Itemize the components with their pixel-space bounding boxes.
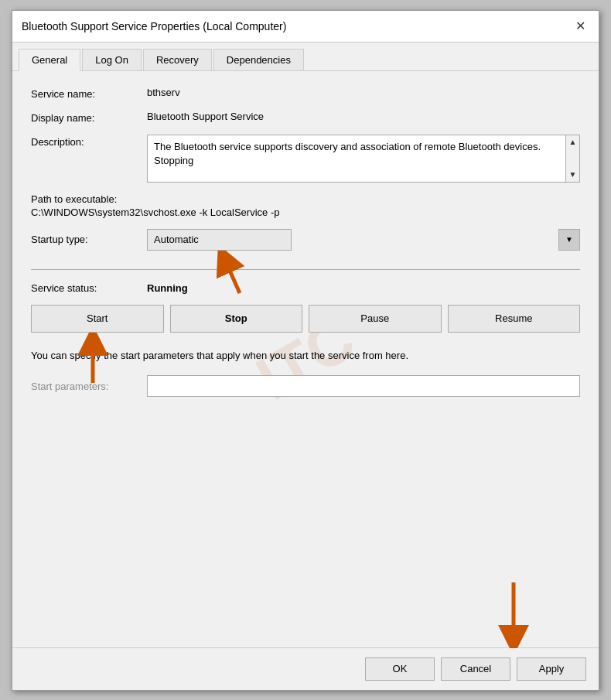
stop-button[interactable]: Stop <box>170 305 303 333</box>
service-buttons-row: Start Stop Pause Resume <box>31 305 580 333</box>
description-scrollbar[interactable]: ▲ ▼ <box>565 135 579 182</box>
start-params-row: Start parameters: <box>31 375 580 397</box>
start-params-input[interactable] <box>147 375 580 397</box>
ok-button[interactable]: OK <box>365 657 435 681</box>
title-bar: Bluetooth Support Service Properties (Lo… <box>12 11 599 43</box>
description-row: Description: The Bluetooth service suppo… <box>31 135 580 183</box>
startup-type-label: Startup type: <box>31 234 147 245</box>
apply-button[interactable]: Apply <box>517 657 586 681</box>
description-box[interactable]: The Bluetooth service supports discovery… <box>147 135 580 183</box>
startup-row: Startup type: Automatic Automatic (Delay… <box>31 229 580 251</box>
content-area: ITC Service name: bthserv Display name: … <box>12 71 599 647</box>
dialog: Bluetooth Support Service Properties (Lo… <box>12 10 599 691</box>
cancel-button[interactable]: Cancel <box>441 657 510 681</box>
footer: OK Cancel Apply <box>12 647 599 690</box>
startup-select-wrapper: Automatic Automatic (Delayed Start) Manu… <box>147 229 580 251</box>
close-button[interactable]: ✕ <box>571 17 589 36</box>
dialog-title: Bluetooth Support Service Properties (Lo… <box>22 20 286 32</box>
description-text: The Bluetooth service supports discovery… <box>154 140 573 168</box>
tab-logon[interactable]: Log On <box>82 49 142 70</box>
path-section: Path to executable: C:\WINDOWS\system32\… <box>31 193 580 218</box>
service-name-row: Service name: bthserv <box>31 87 580 100</box>
display-name-row: Display name: Bluetooth Support Service <box>31 111 580 124</box>
service-name-label: Service name: <box>31 87 147 100</box>
tab-general[interactable]: General <box>19 49 80 71</box>
bottom-section: Service status: Running Start Stop Pause… <box>31 282 580 398</box>
hint-text: You can specify the start parameters tha… <box>31 348 580 364</box>
service-status-label: Service status: <box>31 282 147 294</box>
status-row: Service status: Running <box>31 282 580 294</box>
resume-button[interactable]: Resume <box>448 305 581 333</box>
scroll-up-arrow[interactable]: ▲ <box>566 135 579 149</box>
tab-dependencies[interactable]: Dependencies <box>213 49 304 70</box>
startup-type-select[interactable]: Automatic Automatic (Delayed Start) Manu… <box>147 229 292 251</box>
path-label: Path to executable: <box>31 193 580 205</box>
service-name-value: bthserv <box>147 87 180 98</box>
path-value: C:\WINDOWS\system32\svchost.exe -k Local… <box>31 207 580 218</box>
scroll-down-arrow[interactable]: ▼ <box>566 168 579 182</box>
start-params-label: Start parameters: <box>31 381 147 392</box>
service-status-value: Running <box>147 282 188 294</box>
display-name-label: Display name: <box>31 111 147 124</box>
description-label: Description: <box>31 135 147 148</box>
startup-section: Startup type: Automatic Automatic (Delay… <box>31 229 580 257</box>
display-name-value: Bluetooth Support Service <box>147 111 264 122</box>
tab-bar: General Log On Recovery Dependencies <box>12 43 599 71</box>
select-dropdown-arrow: ▼ <box>558 229 580 251</box>
divider <box>31 269 580 270</box>
tab-recovery[interactable]: Recovery <box>143 49 212 70</box>
pause-button[interactable]: Pause <box>309 305 442 333</box>
start-button[interactable]: Start <box>31 305 164 333</box>
